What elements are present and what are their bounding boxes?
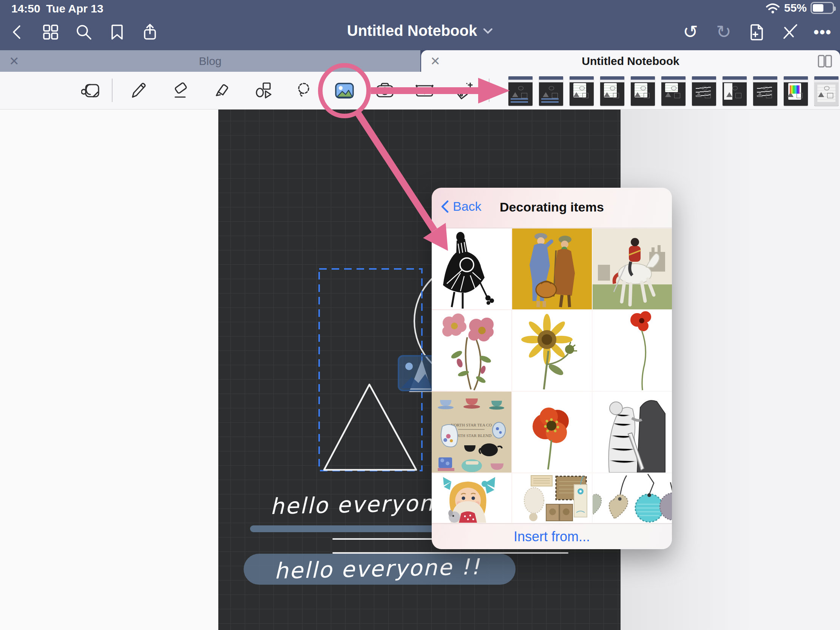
thumbnails-grid-button[interactable]: [39, 21, 62, 43]
shapes-tool[interactable]: [254, 80, 275, 101]
notebook-title: Untitled Notebook: [347, 22, 477, 39]
sticker-tea-cups-collage[interactable]: NORTH STAR TEA CO NORTH STAR BLEND: [432, 392, 512, 472]
page-thumbnail[interactable]: [814, 76, 838, 106]
sticker-vintage-couple[interactable]: [593, 392, 672, 472]
tab-untitled-notebook-label: Untitled Notebook: [421, 55, 840, 68]
notebook-title-dropdown[interactable]: Untitled Notebook: [347, 22, 493, 39]
lasso-tool[interactable]: [294, 80, 315, 101]
sticker-red-poppy-bloom[interactable]: [512, 392, 592, 472]
sticker-heart-ornaments[interactable]: [593, 473, 672, 523]
camera-tool[interactable]: [374, 80, 395, 101]
zoom-window-tool[interactable]: [81, 80, 102, 101]
wifi-icon: [765, 2, 780, 14]
page-thumbnail[interactable]: [723, 76, 747, 106]
popup-header: Back Decorating items: [432, 188, 672, 228]
undo-button[interactable]: ↺: [679, 21, 702, 43]
canvas-area: hello everyone hello everyone !!: [0, 109, 840, 630]
popup-title: Decorating items: [432, 200, 672, 215]
chevron-down-icon: [483, 28, 493, 35]
page-thumbnail[interactable]: [570, 76, 594, 106]
status-time: 14:50: [11, 2, 40, 15]
pen-mode-icon: [780, 23, 799, 41]
status-date: Tue Apr 13: [46, 2, 104, 15]
insert-from-button[interactable]: Insert from...: [514, 529, 590, 545]
sticker-cavalry-soldier[interactable]: [593, 229, 672, 309]
image-placeholder-icon[interactable]: [398, 356, 435, 390]
sticker-vintage-two-men[interactable]: [512, 229, 592, 309]
add-page-button[interactable]: [745, 21, 768, 43]
page-thumbnail[interactable]: [753, 76, 777, 106]
sticker-red-poppy-stem[interactable]: [593, 310, 672, 391]
svg-text:NORTH STAR TEA CO: NORTH STAR TEA CO: [451, 423, 492, 427]
sticker-tool[interactable]: [455, 80, 475, 101]
handwriting-line-2: hello everyone !!: [274, 554, 481, 584]
pen-mode-toggle[interactable]: [778, 21, 801, 43]
tab-untitled-notebook[interactable]: ✕ Untitled Notebook: [421, 50, 840, 72]
tab-blog-label: Blog: [0, 55, 420, 68]
split-view-icon[interactable]: [817, 55, 832, 69]
sticker-sunflower[interactable]: [512, 310, 592, 391]
page-thumbnail[interactable]: [784, 76, 808, 106]
decorating-items-popup: Back Decorating items: [432, 188, 672, 549]
image-tool-selected[interactable]: [334, 80, 355, 101]
pen-tool[interactable]: [127, 80, 148, 101]
tab-bar: ✕ Blog ✕ Untitled Notebook: [0, 50, 840, 72]
page-thumbnail[interactable]: [692, 76, 716, 106]
toolbar-separator: [489, 79, 489, 102]
page-thumbnail[interactable]: [662, 76, 685, 106]
tab-blog[interactable]: ✕ Blog: [0, 50, 420, 72]
page-thumbnails: [508, 76, 838, 106]
tools-toolbar: [0, 72, 840, 109]
redo-icon: ↻: [716, 23, 731, 41]
redo-button[interactable]: ↻: [712, 21, 735, 43]
sticker-pink-wild-roses[interactable]: [432, 310, 512, 391]
more-options-button[interactable]: •••: [811, 21, 834, 43]
toolbar-separator: [112, 79, 112, 102]
back-button[interactable]: [6, 21, 29, 43]
battery-icon: [810, 2, 834, 14]
bookmark-button[interactable]: [106, 21, 128, 43]
search-button[interactable]: [73, 21, 95, 43]
sticker-grid: NORTH STAR TEA CO NORTH STAR BLEND: [432, 229, 672, 523]
sticker-victorian-lady-silhouette[interactable]: [432, 229, 512, 309]
share-button[interactable]: [139, 21, 162, 43]
top-navigation-bar: 14:50 Tue Apr 13 55%: [0, 0, 840, 50]
text-tool[interactable]: [414, 80, 435, 101]
goodnotes-app: hello everyone hello everyone !! 14:50 T…: [0, 0, 840, 630]
eraser-tool[interactable]: [171, 80, 191, 101]
page-thumbnail[interactable]: [539, 76, 563, 106]
undo-icon: ↺: [683, 23, 698, 41]
handwriting-line-1: hello everyone: [270, 490, 449, 519]
highlighter-tool[interactable]: [212, 80, 233, 101]
sticker-craft-paper-tags[interactable]: [512, 473, 592, 523]
more-icon: •••: [813, 24, 832, 41]
page-thumbnail[interactable]: [600, 76, 624, 106]
page-thumbnail[interactable]: [508, 76, 532, 106]
sticker-vintage-baby-girl[interactable]: [432, 473, 512, 523]
add-page-icon: [748, 23, 766, 41]
page-thumbnail[interactable]: [631, 76, 655, 106]
battery-percent: 55%: [784, 2, 807, 14]
drawn-triangle: [324, 385, 416, 470]
popup-footer: Insert from...: [432, 524, 672, 549]
